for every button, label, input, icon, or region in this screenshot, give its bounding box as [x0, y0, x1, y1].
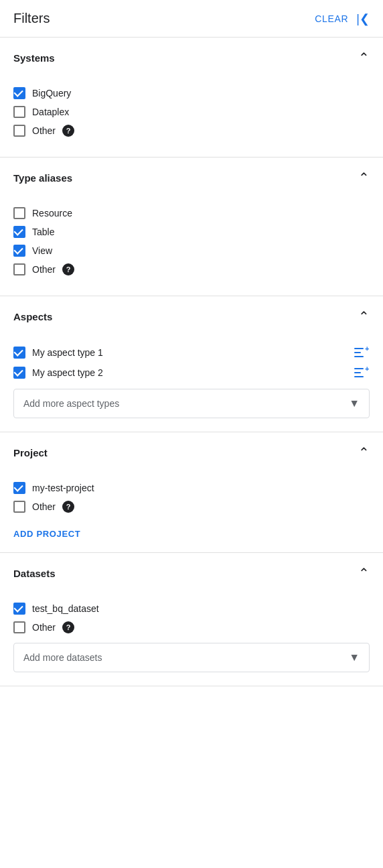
- datasets-section: Datasets ⌃ test_bq_dataset Other ? Add m…: [0, 553, 383, 686]
- alias-item-view[interactable]: View: [13, 245, 370, 257]
- aspects-content: My aspect type 1 + My aspect type 2: [0, 336, 383, 432]
- view-checkbox[interactable]: [13, 245, 25, 257]
- aspect1-label: My aspect type 1: [32, 347, 103, 358]
- alias-item-other[interactable]: Other ?: [13, 263, 370, 275]
- add-project-button[interactable]: ADD PROJECT: [13, 529, 80, 539]
- system-item-bigquery[interactable]: BigQuery: [13, 87, 370, 99]
- dataset-other-help-icon[interactable]: ?: [62, 621, 74, 633]
- system-item-other[interactable]: Other ?: [13, 125, 370, 137]
- mytest-label: my-test-project: [32, 483, 94, 493]
- systems-chevron-icon: ⌃: [358, 50, 370, 66]
- aspect-dropdown-arrow-icon: ▼: [349, 397, 360, 410]
- resource-label: Resource: [32, 208, 72, 219]
- project-chevron-icon: ⌃: [358, 444, 370, 460]
- svg-text:+: +: [365, 367, 369, 373]
- bigquery-checkbox[interactable]: [13, 87, 25, 99]
- systems-section-header[interactable]: Systems ⌃: [0, 38, 383, 78]
- aspect-left-1: My aspect type 1: [13, 347, 103, 359]
- alias-other-help-icon[interactable]: ?: [62, 263, 74, 275]
- datasets-title: Datasets: [13, 568, 56, 579]
- dataset-item-other[interactable]: Other ?: [13, 621, 370, 633]
- aspect-item-1: My aspect type 1 +: [13, 346, 370, 359]
- svg-rect-1: [354, 352, 361, 353]
- filter-header: Filters CLEAR |❮: [0, 0, 383, 38]
- datasets-section-header[interactable]: Datasets ⌃: [0, 553, 383, 593]
- project-other-help-icon[interactable]: ?: [62, 501, 74, 513]
- system-item-dataplex[interactable]: Dataplex: [13, 106, 370, 118]
- project-content: my-test-project Other ? ADD PROJECT: [0, 473, 383, 552]
- dataplex-checkbox[interactable]: [13, 106, 25, 118]
- systems-content: BigQuery Dataplex Other ?: [0, 78, 383, 157]
- svg-text:+: +: [365, 347, 369, 353]
- type-aliases-chevron-icon: ⌃: [358, 170, 370, 186]
- system-other-help-icon[interactable]: ?: [62, 125, 74, 137]
- project-item-mytest[interactable]: my-test-project: [13, 482, 370, 494]
- header-actions: CLEAR |❮: [315, 11, 370, 26]
- project-item-other[interactable]: Other ?: [13, 501, 370, 513]
- aspect1-checkbox[interactable]: [13, 347, 25, 359]
- datasets-dropdown-arrow-icon: ▼: [349, 652, 360, 664]
- dataplex-label: Dataplex: [32, 107, 69, 117]
- add-datasets-dropdown[interactable]: Add more datasets ▼: [13, 643, 370, 672]
- datasets-chevron-icon: ⌃: [358, 565, 370, 581]
- system-other-checkbox[interactable]: [13, 125, 25, 137]
- add-aspect-types-dropdown[interactable]: Add more aspect types ▼: [13, 389, 370, 418]
- alias-other-label: Other: [32, 264, 56, 275]
- type-aliases-section: Type aliases ⌃ Resource Table View Other…: [0, 158, 383, 296]
- project-other-label: Other: [32, 501, 56, 512]
- alias-item-table[interactable]: Table: [13, 226, 370, 238]
- aspects-title: Aspects: [13, 311, 52, 322]
- add-aspect-types-placeholder: Add more aspect types: [23, 398, 119, 409]
- aspects-section-header[interactable]: Aspects ⌃: [0, 296, 383, 336]
- aspects-section: Aspects ⌃ My aspect type 1 + My aspect t…: [0, 296, 383, 432]
- system-other-label: Other: [32, 125, 56, 136]
- view-label: View: [32, 245, 52, 256]
- table-label: Table: [32, 227, 54, 237]
- alias-other-checkbox[interactable]: [13, 263, 25, 275]
- type-aliases-section-header[interactable]: Type aliases ⌃: [0, 158, 383, 198]
- dataset-item-bq[interactable]: test_bq_dataset: [13, 603, 370, 615]
- svg-rect-2: [354, 356, 364, 357]
- page-title: Filters: [13, 11, 50, 26]
- aspect1-config-icon[interactable]: +: [354, 346, 370, 359]
- project-title: Project: [13, 447, 48, 458]
- bq-dataset-checkbox[interactable]: [13, 603, 25, 615]
- svg-rect-4: [354, 368, 364, 369]
- svg-rect-0: [354, 348, 364, 349]
- collapse-icon[interactable]: |❮: [356, 11, 370, 26]
- aspect2-checkbox[interactable]: [13, 367, 25, 379]
- project-other-checkbox[interactable]: [13, 501, 25, 513]
- bigquery-label: BigQuery: [32, 88, 71, 99]
- add-datasets-placeholder: Add more datasets: [23, 652, 102, 663]
- project-section: Project ⌃ my-test-project Other ? ADD PR…: [0, 432, 383, 553]
- type-aliases-content: Resource Table View Other ?: [0, 198, 383, 296]
- aspect2-config-icon[interactable]: +: [354, 366, 370, 379]
- aspect-item-2: My aspect type 2 +: [13, 366, 370, 379]
- dataset-other-checkbox[interactable]: [13, 621, 25, 633]
- mytest-checkbox[interactable]: [13, 482, 25, 494]
- table-checkbox[interactable]: [13, 226, 25, 238]
- project-section-header[interactable]: Project ⌃: [0, 432, 383, 473]
- svg-rect-6: [354, 376, 364, 377]
- clear-button[interactable]: CLEAR: [315, 13, 348, 24]
- aspects-chevron-icon: ⌃: [358, 308, 370, 324]
- bq-dataset-label: test_bq_dataset: [32, 603, 99, 614]
- svg-rect-5: [354, 372, 361, 373]
- dataset-other-label: Other: [32, 622, 56, 633]
- resource-checkbox[interactable]: [13, 207, 25, 219]
- datasets-content: test_bq_dataset Other ? Add more dataset…: [0, 593, 383, 686]
- alias-item-resource[interactable]: Resource: [13, 207, 370, 219]
- systems-section: Systems ⌃ BigQuery Dataplex Other ?: [0, 38, 383, 158]
- aspect-left-2: My aspect type 2: [13, 367, 103, 379]
- type-aliases-title: Type aliases: [13, 172, 72, 184]
- aspect2-label: My aspect type 2: [32, 367, 103, 378]
- systems-title: Systems: [13, 52, 55, 64]
